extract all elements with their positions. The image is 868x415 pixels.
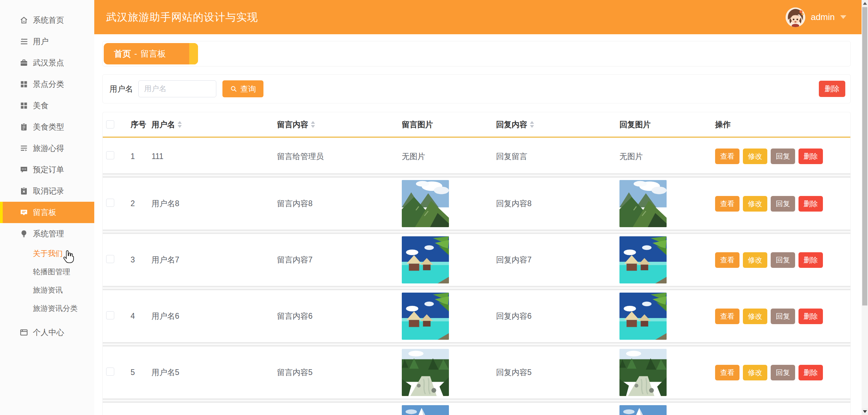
table-row: 4 用户名6 留言内容6 回复内容6 查看修改回复删除 xyxy=(103,290,850,342)
table-body: 1 111 留言给管理员 无图片 回复留言 无图片 查看修改回复删除 2 用户名… xyxy=(103,139,850,415)
mountain-valley-thumbnail xyxy=(619,180,667,227)
sidebar-item-预定订单[interactable]: 预定订单 xyxy=(0,159,94,180)
reply-button[interactable]: 回复 xyxy=(771,309,795,324)
select-all-checkbox[interactable] xyxy=(106,120,114,129)
column-header-label: 序号 xyxy=(131,119,146,130)
cell-actions: 查看修改回复删除 xyxy=(712,365,850,380)
avatar[interactable] xyxy=(786,7,805,27)
cell-reply-content: 回复内容5 xyxy=(493,367,616,378)
delete-button[interactable]: 删除 xyxy=(798,149,823,164)
sidebar-subitem-旅游资讯[interactable]: 旅游资讯 xyxy=(0,281,94,299)
cell-index: 2 xyxy=(126,199,148,208)
search-icon xyxy=(230,85,237,93)
column-header-留言内容[interactable]: 留言内容 xyxy=(274,119,397,130)
reply-button[interactable]: 回复 xyxy=(771,365,795,380)
sidebar-item-美食[interactable]: 美食 xyxy=(0,95,94,116)
scroll-up-button[interactable] xyxy=(862,0,868,7)
cell-message-image xyxy=(397,180,493,227)
sidebar-item-label: 景点分类 xyxy=(33,79,64,90)
table-row: 3 用户名7 留言内容7 回复内容7 查看修改回复删除 xyxy=(103,234,850,286)
sidebar-item-景点分类[interactable]: 景点分类 xyxy=(0,74,94,95)
reply-button[interactable]: 回复 xyxy=(771,252,795,268)
cell-message-image xyxy=(397,293,493,340)
delete-button[interactable]: 删除 xyxy=(798,196,823,212)
row-checkbox[interactable] xyxy=(106,311,114,319)
edit-button[interactable]: 修改 xyxy=(743,149,767,164)
sidebar-item-系统首页[interactable]: 系统首页 xyxy=(0,9,94,31)
sidebar-item-取消记录[interactable]: 取消记录 xyxy=(0,180,94,202)
view-button[interactable]: 查看 xyxy=(715,196,739,212)
sort-carets-icon[interactable] xyxy=(311,121,315,128)
cell-reply-content: 回复内容6 xyxy=(493,311,616,321)
vertical-scrollbar[interactable] xyxy=(862,0,868,415)
sidebar-item-美食类型[interactable]: 美食类型 xyxy=(0,116,94,138)
column-header-label: 留言图片 xyxy=(402,119,433,130)
breadcrumb[interactable]: 首页 - 留言板 xyxy=(104,43,198,64)
edit-button[interactable]: 修改 xyxy=(743,309,767,324)
sort-carets-icon[interactable] xyxy=(530,121,534,128)
sidebar-item-系统管理[interactable]: 系统管理 xyxy=(0,223,94,244)
view-button[interactable]: 查看 xyxy=(715,309,739,324)
scroll-down-button[interactable] xyxy=(862,408,868,415)
sidebar-item-武汉景点[interactable]: 武汉景点 xyxy=(0,52,94,74)
reply-button[interactable]: 回复 xyxy=(771,196,795,212)
view-button[interactable]: 查看 xyxy=(715,365,739,380)
edit-button[interactable]: 修改 xyxy=(743,196,767,212)
cell-username: 111 xyxy=(148,152,274,161)
grid-icon xyxy=(19,101,28,110)
cell-username: 用户名7 xyxy=(148,255,274,265)
delete-button[interactable]: 删除 xyxy=(798,309,823,324)
cell-message-content: 留言给管理员 xyxy=(274,151,397,162)
mountain-valley-thumbnail xyxy=(402,180,449,227)
column-header-回复内容[interactable]: 回复内容 xyxy=(493,119,616,130)
column-header-label: 用户名 xyxy=(152,119,175,130)
sidebar-item-label: 系统管理 xyxy=(33,229,64,239)
cell-username: 用户名5 xyxy=(148,367,274,378)
cell-reply-image: 无图片 xyxy=(616,151,712,162)
row-checkbox[interactable] xyxy=(106,199,114,207)
delete-button[interactable]: 删除 xyxy=(798,252,823,268)
search-toolbar: 用户名 查询 删除 xyxy=(102,74,851,103)
cell-message-content: 留言内容7 xyxy=(274,255,397,265)
bulk-delete-button[interactable]: 删除 xyxy=(819,81,845,97)
top-header-bar: 武汉旅游助手网站的设计与实现 admin xyxy=(94,0,862,34)
sidebar-item-个人中心[interactable]: 个人中心 xyxy=(0,322,94,343)
table-row: 1 111 留言给管理员 无图片 回复留言 无图片 查看修改回复删除 xyxy=(103,139,850,173)
sidebar-item-旅游心得[interactable]: 旅游心得 xyxy=(0,138,94,159)
window-icon xyxy=(19,328,28,337)
row-checkbox[interactable] xyxy=(106,368,114,376)
sidebar-item-label: 预定订单 xyxy=(33,164,64,175)
sidebar-item-留言板[interactable]: 留言板 xyxy=(0,202,106,223)
sidebar-item-用户[interactable]: 用户 xyxy=(0,31,94,52)
arrow-up-icon xyxy=(863,2,867,5)
edit-button[interactable]: 修改 xyxy=(743,252,767,268)
scrollbar-thumb[interactable] xyxy=(862,7,867,305)
row-checkbox[interactable] xyxy=(106,255,114,263)
sidebar-subitem-轮播图管理[interactable]: 轮播图管理 xyxy=(0,263,94,281)
edit-button[interactable]: 修改 xyxy=(743,365,767,380)
search-field-label: 用户名 xyxy=(110,84,133,94)
tropical-beach-huts-thumbnail xyxy=(619,236,667,283)
column-header-操作: 操作 xyxy=(712,119,850,130)
view-button[interactable]: 查看 xyxy=(715,149,739,164)
row-checkbox[interactable] xyxy=(106,151,114,159)
query-button[interactable]: 查询 xyxy=(222,80,263,97)
cell-reply-image xyxy=(616,349,712,396)
column-header-label: 留言内容 xyxy=(277,119,308,130)
view-button[interactable]: 查看 xyxy=(715,252,739,268)
column-header-用户名[interactable]: 用户名 xyxy=(148,119,274,130)
username-label: admin xyxy=(811,12,835,22)
sort-carets-icon[interactable] xyxy=(178,121,182,128)
reply-button[interactable]: 回复 xyxy=(771,149,795,164)
cell-reply-content: 回复内容8 xyxy=(493,198,616,209)
sidebar-item-label: 个人中心 xyxy=(33,327,64,338)
tropical-beach-huts-thumbnail xyxy=(619,293,667,340)
grid-icon xyxy=(19,80,28,89)
sidebar-subitem-关于我们[interactable]: 关于我们 xyxy=(0,244,94,263)
breadcrumb-home[interactable]: 首页 xyxy=(114,48,131,59)
chevron-down-icon[interactable] xyxy=(840,15,846,22)
search-input[interactable] xyxy=(138,80,216,97)
user-menu[interactable]: admin xyxy=(786,7,846,27)
sidebar-subitem-旅游资讯分类[interactable]: 旅游资讯分类 xyxy=(0,299,94,318)
delete-button[interactable]: 删除 xyxy=(798,365,823,380)
